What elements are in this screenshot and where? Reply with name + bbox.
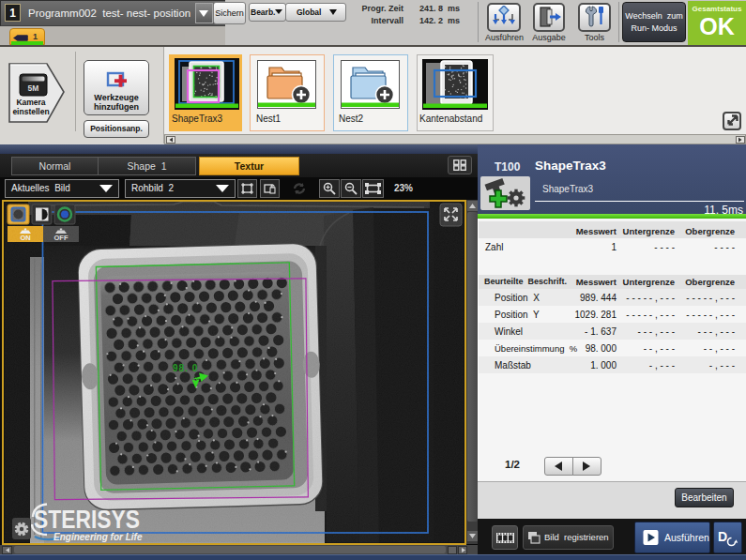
svg-text:5M: 5M (28, 83, 39, 93)
svg-text:Kamera: Kamera (16, 98, 45, 107)
svg-text:einstellen: einstellen (12, 107, 49, 116)
svg-text:D: D (718, 529, 727, 544)
